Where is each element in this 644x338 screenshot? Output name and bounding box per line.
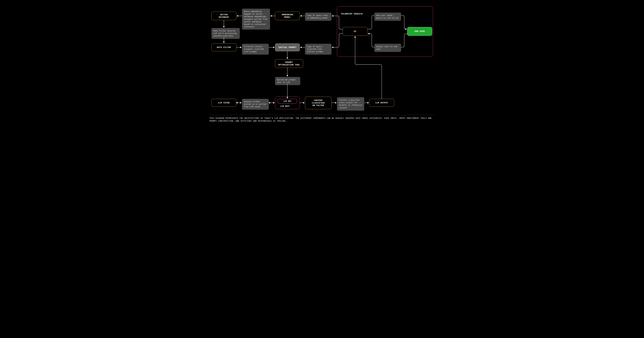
prompt-opt-node: PROMPT OPTIMIZATION TOOL [275, 59, 303, 68]
llm-cache-node: LLM CACHE [212, 99, 236, 107]
telemetry-label: TELEMETRY SERVICE [341, 12, 363, 15]
optimized-prompt-note: Optimized prompt sent to LLM [275, 77, 300, 85]
end-user-sends-note: End user sends query to LLM via UI [374, 12, 401, 21]
content-classifier-node: CONTENT CLASSIFIER OR FILTER [305, 97, 332, 109]
data-filter-note: Data filter ensures LLM isn't processing… [212, 28, 240, 39]
vector-database-node: VECTOR DATABASE [212, 12, 236, 20]
caption: THIS DIAGRAM REPRESENTS THE ARCHITECTURE… [209, 117, 435, 122]
embedding-model-node: EMBEDDING MODEL [275, 12, 300, 20]
ui-node: UI [343, 27, 368, 36]
copy-prompt-note: Copy of query injected into initial prom… [305, 44, 332, 55]
end-user-node: END USER [407, 27, 432, 36]
copy-embed-note: Copy of query sent to embedding model [305, 12, 332, 21]
outputs-cache-note: Outputs either stored in or pulled from … [242, 99, 269, 110]
embed-map-note: Query embedding mapped to vector databas… [242, 9, 270, 30]
llm-host-label: LLM HOST [280, 105, 290, 107]
llm-api-label: LLM API [284, 100, 292, 102]
initial-prompt-node: INITIAL PROMPT [275, 43, 300, 51]
output-user-note: Output sent to end user [374, 44, 401, 52]
llm-output-node: LLM OUTPUT [369, 99, 394, 107]
diagram-canvas: TELEMETRY SERVICE LLM API LLM HOST VECTO… [206, 0, 438, 122]
filtered-ctx-note: Filtered context snippets injected into … [242, 44, 269, 55]
data-filter-node: DATA FILTER [212, 43, 236, 51]
separator [209, 115, 435, 115]
classifier-scan-note: Content classifier scans output for harm… [337, 97, 364, 111]
llm-api-node: LLM API [278, 99, 297, 104]
